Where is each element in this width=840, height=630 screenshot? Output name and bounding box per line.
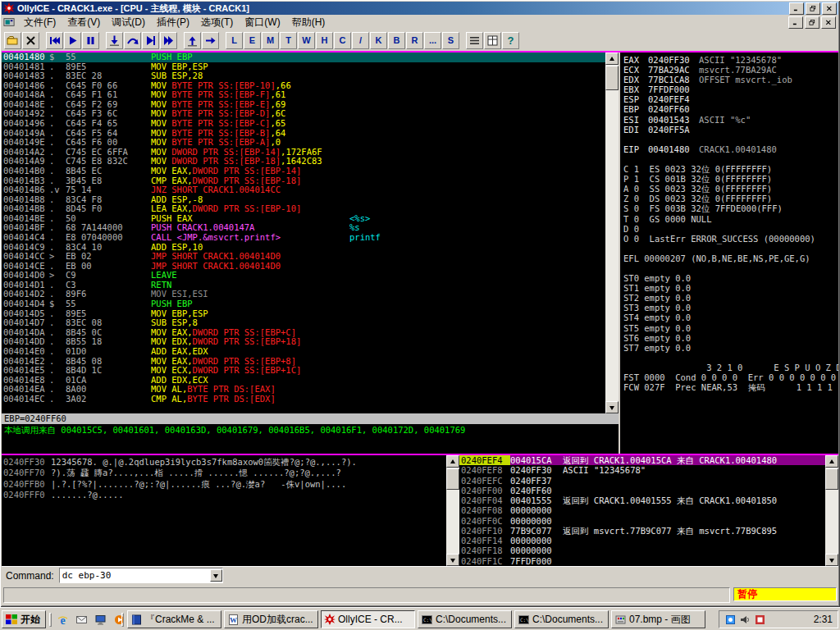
stack-row[interactable]: 0240FF1800000000 bbox=[459, 546, 825, 555]
disasm-row[interactable]: 004014BE.50PUSH EAX<%s> bbox=[2, 214, 605, 224]
register-info-line[interactable]: S 0 FS 003B 32位 7FFDE000(FFF) bbox=[623, 203, 838, 213]
disasm-row[interactable]: 004014E5.8B4D 1CMOV ECX,DWORD PTR SS:[EB… bbox=[2, 366, 605, 376]
menu-item-f[interactable]: 文件(F) bbox=[18, 15, 62, 30]
taskbar-task-button[interactable]: C:\C:\Documents... bbox=[418, 610, 512, 628]
disasm-row[interactable]: 00401492.C645 F3 6CMOV BYTE PTR SS:[EBP-… bbox=[2, 109, 605, 119]
volume-tray-icon[interactable] bbox=[739, 614, 751, 626]
clock[interactable]: 2:31 bbox=[814, 614, 833, 625]
disassembly-scrollbar[interactable] bbox=[605, 52, 619, 413]
stack-row[interactable]: 0240FF0800000000 bbox=[459, 505, 825, 515]
register-row[interactable]: ESI00401543ASCII "%c" bbox=[623, 115, 838, 125]
menu-item-w[interactable]: 窗口(W) bbox=[239, 15, 285, 30]
taskbar-task-button[interactable]: C:\C:\Documents... bbox=[514, 610, 609, 628]
view-call-stack-button[interactable]: K bbox=[370, 32, 387, 49]
disasm-row[interactable]: 004014CE.EB 00JMP SHORT CRACK1.004014D0 bbox=[2, 262, 605, 272]
disasm-row[interactable]: 004014EA.8A00MOV AL,BYTE PTR DS:[EAX] bbox=[2, 385, 605, 395]
disasm-row[interactable]: 004014D7.83EC 08SUB ESP,8 bbox=[2, 318, 605, 328]
disasm-row[interactable]: 004014E2.8B45 08MOV EAX,DWORD PTR SS:[EB… bbox=[2, 357, 605, 367]
disasm-row[interactable]: 00401480$55PUSH EBP bbox=[2, 52, 605, 62]
stack-pane[interactable]: 0240FEF4004015CA返回到 CRACK1.004015CA 来自 C… bbox=[459, 455, 825, 566]
dump-row[interactable]: 0240FF3012345678. @.|@.2qdluep3i9lycb3s7… bbox=[2, 457, 446, 468]
media-player-quicklaunch[interactable] bbox=[111, 612, 127, 628]
animate-into-button[interactable] bbox=[142, 32, 159, 49]
show-desktop-quicklaunch[interactable] bbox=[92, 612, 108, 628]
disasm-row[interactable]: 0040148E.C645 F2 69MOV BYTE PTR SS:[EBP-… bbox=[2, 100, 605, 110]
scroll-down-button[interactable] bbox=[825, 554, 838, 566]
disasm-row[interactable]: 004014BF.68 7A144000PUSH CRACK1.0040147A… bbox=[2, 223, 605, 233]
restore-button[interactable] bbox=[806, 2, 820, 15]
disasm-row[interactable]: 004014DA.8B45 0CMOV EAX,DWORD PTR SS:[EB… bbox=[2, 328, 605, 338]
scroll-thumb[interactable] bbox=[446, 468, 459, 490]
menu-item-d[interactable]: 调试(D) bbox=[106, 15, 151, 30]
memory-dump-pane[interactable]: 0240FF3012345678. @.|@.2qdluep3i9lycb3s7… bbox=[2, 455, 446, 566]
register-info-line[interactable]: P 1 CS 001B 32位 0(FFFFFFFF) bbox=[623, 174, 838, 184]
register-info-line[interactable]: A 0 SS 0023 32位 0(FFFFFFFF) bbox=[623, 184, 838, 194]
taskbar-grip[interactable] bbox=[121, 613, 124, 627]
until-return-button[interactable] bbox=[184, 32, 201, 49]
disasm-row[interactable]: 004014D1.C3RETN bbox=[2, 281, 605, 290]
view-breakpoints-button[interactable]: B bbox=[388, 32, 405, 49]
taskbar-grip[interactable] bbox=[49, 613, 52, 627]
dump-row[interactable]: 0240FFB0|.?.[?%?|.......?@;:?@|......痕 .… bbox=[2, 479, 446, 490]
child-close-button[interactable] bbox=[821, 16, 836, 29]
register-info-line[interactable]: ST1 empty 0.0 bbox=[623, 283, 838, 293]
start-button[interactable]: 开始 bbox=[2, 610, 46, 628]
scroll-thumb[interactable] bbox=[605, 66, 619, 90]
step-over-button[interactable] bbox=[124, 32, 141, 49]
scroll-down-button[interactable] bbox=[605, 401, 619, 413]
view-executables-button[interactable]: E bbox=[244, 32, 261, 49]
command-combobox[interactable]: dc ebp-30 bbox=[59, 568, 223, 583]
register-row[interactable]: EAX0240FF30ASCII "12345678" bbox=[623, 55, 838, 65]
disasm-row[interactable]: 004014B3.3B45 E8CMP EAX,DWORD PTR SS:[EB… bbox=[2, 176, 605, 186]
view-references-button[interactable]: R bbox=[406, 32, 423, 49]
disasm-row[interactable]: 0040149E.C645 F6 00MOV BYTE PTR SS:[EBP-… bbox=[2, 138, 605, 148]
stack-row[interactable]: 0240FF0C00000000 bbox=[459, 516, 825, 526]
register-info-line[interactable]: FCW 027F Prec NEAR,53 掩码 1 1 1 1 1 1 bbox=[623, 382, 838, 392]
disasm-row[interactable]: 0040148A.C645 F1 61MOV BYTE PTR SS:[EBP-… bbox=[2, 90, 605, 100]
menu-item-p[interactable]: 插件(P) bbox=[151, 15, 195, 30]
disasm-row[interactable]: 004014C9.83C4 10ADD ESP,10 bbox=[2, 243, 605, 253]
scroll-up-button[interactable] bbox=[825, 455, 838, 468]
graphics-tray-icon[interactable] bbox=[724, 614, 737, 626]
register-row[interactable]: EDX77BC1CA8OFFSET msvcrt._iob bbox=[623, 75, 838, 84]
register-row[interactable]: ECX77BA29ACmsvcrt.77BA29AC bbox=[623, 65, 838, 75]
disassembly-pane[interactable]: 00401480$55PUSH EBP00401481.89E5MOV EBP,… bbox=[2, 52, 605, 413]
disasm-row[interactable]: 004014BB.8D45 F0LEA EAX,DWORD PTR SS:[EB… bbox=[2, 204, 605, 214]
scroll-up-button[interactable] bbox=[446, 455, 459, 468]
view-threads-button[interactable]: T bbox=[280, 32, 297, 49]
taskbar-task-button[interactable]: 『CrackMe & ... bbox=[127, 610, 221, 628]
view-cpu-button[interactable]: C bbox=[334, 32, 351, 49]
register-info-line[interactable]: ST3 empty 0.0 bbox=[623, 303, 838, 313]
view-patches-button[interactable]: / bbox=[352, 32, 369, 49]
stack-row[interactable]: 0240FEFC0240FF37 bbox=[459, 476, 825, 486]
view-windows-button[interactable]: W bbox=[298, 32, 315, 49]
run-button[interactable] bbox=[64, 32, 81, 49]
step-into-button[interactable] bbox=[106, 32, 123, 49]
stack-row[interactable]: 0240FF000240FF60 bbox=[459, 486, 825, 495]
info-local-calls-line[interactable]: 本地调用来自 004015C5, 00401601, 0040163D, 004… bbox=[2, 425, 619, 436]
log-window-button[interactable] bbox=[466, 32, 483, 49]
dump-row[interactable]: 0240FF70?).荡 飝 膞a?....,...栺 .....搰 .....… bbox=[2, 468, 446, 478]
ime-tray-icon[interactable] bbox=[754, 614, 766, 626]
register-info-line[interactable]: EFL 00000207 (NO,B,NE,BE,NS,PE,GE,G) bbox=[623, 253, 838, 263]
register-info-line[interactable]: FST 0000 Cond 0 0 0 0 Err 0 0 0 0 0 0 0 … bbox=[623, 372, 838, 382]
animate-over-button[interactable] bbox=[160, 32, 177, 49]
disasm-row[interactable]: 004014E8.01CAADD EDX,ECX bbox=[2, 376, 605, 386]
disasm-row[interactable]: 004014DD.8B55 18MOV EDX,DWORD PTR SS:[EB… bbox=[2, 337, 605, 347]
disasm-row[interactable]: 0040149A.C645 F5 64MOV BYTE PTR SS:[EBP-… bbox=[2, 129, 605, 139]
disasm-row[interactable]: 004014D4$55PUSH EBP bbox=[2, 299, 605, 309]
disasm-row[interactable]: 004014EC.3A02CMP AL,BYTE PTR DS:[EDX] bbox=[2, 395, 605, 404]
scroll-down-button[interactable] bbox=[446, 554, 459, 566]
register-info-line[interactable]: ST2 empty 0.0 bbox=[623, 293, 838, 303]
menu-item-h[interactable]: 帮助(H) bbox=[286, 15, 331, 30]
disasm-row[interactable]: 00401486.C645 F0 66MOV BYTE PTR SS:[EBP-… bbox=[2, 81, 605, 91]
register-info-line[interactable]: ST7 empty 0.0 bbox=[623, 343, 838, 353]
disasm-row[interactable]: 00401496.C645 F4 65MOV BYTE PTR SS:[EBP-… bbox=[2, 119, 605, 129]
registers-pane[interactable]: EAX0240FF30ASCII "12345678"ECX77BA29ACms… bbox=[620, 52, 838, 454]
restart-button[interactable] bbox=[46, 32, 63, 49]
register-info-line[interactable]: O 0 LastErr ERROR_SUCCESS (00000000) bbox=[623, 234, 838, 244]
stack-row[interactable]: 0240FF0400401555返回到 CRACK1.00401555 来自 C… bbox=[459, 495, 825, 505]
register-info-line[interactable]: ST5 empty 0.0 bbox=[623, 323, 838, 333]
register-row[interactable]: EIP00401480CRACK1.00401480 bbox=[623, 144, 838, 154]
appearance-button[interactable] bbox=[484, 32, 501, 49]
